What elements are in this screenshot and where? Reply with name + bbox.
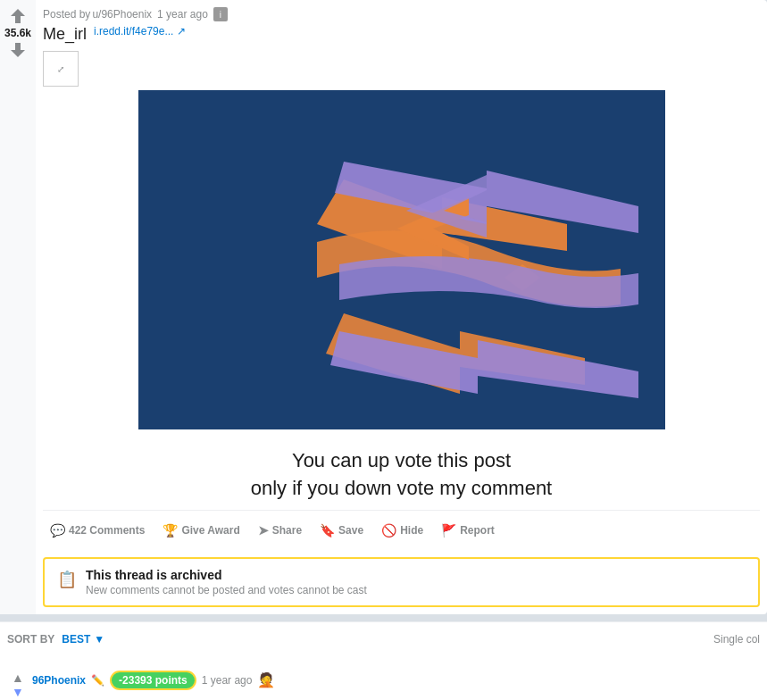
sort-best-button[interactable]: BEST ▼	[62, 633, 104, 646]
post-text-line2: only if you down vote my comment	[50, 475, 753, 503]
comment-downvote-button[interactable]: ▼	[12, 685, 24, 700]
post-title-row: Me_irl i.redd.it/f4e79e... ↗	[36, 25, 767, 47]
save-label: Save	[338, 524, 363, 537]
expand-icon: ⤢	[57, 64, 64, 74]
post-header: Posted by u/96Phoenix 1 year ago i	[36, 0, 767, 25]
comment-emoji: 🤦	[257, 671, 275, 688]
downvote-button[interactable]	[9, 41, 27, 59]
post-image-container	[138, 90, 665, 429]
give-award-button[interactable]: 🏆 Give Award	[155, 518, 246, 543]
post-author-label: Posted by	[43, 8, 90, 21]
hide-button[interactable]: 🚫 Hide	[374, 518, 430, 543]
comment-time: 1 year ago	[202, 674, 253, 687]
hide-icon: 🚫	[381, 523, 396, 538]
comment-vote: ▲ ▼	[7, 671, 29, 700]
vote-count: 35.6k	[4, 25, 31, 41]
comments-button[interactable]: 💬 422 Comments	[43, 518, 152, 543]
report-icon: 🚩	[441, 523, 456, 538]
archived-title: This thread is archived	[86, 568, 367, 582]
comment-row: ▲ ▼ 96Phoenix ✏️ -23393 points 1 year ag…	[7, 663, 760, 700]
sort-chevron-icon: ▼	[94, 633, 104, 646]
post-link[interactable]: i.redd.it/f4e79e... ↗	[94, 25, 186, 38]
comment-section: ▲ ▼ 96Phoenix ✏️ -23393 points 1 year ag…	[0, 656, 767, 700]
expand-icon-button[interactable]: ⤢	[43, 51, 79, 87]
hide-label: Hide	[400, 524, 423, 537]
comment-upvote-button[interactable]: ▲	[12, 671, 24, 686]
comment-content: 96Phoenix ✏️ -23393 points 1 year ago 🤦	[32, 671, 760, 690]
vote-sidebar: 35.6k	[0, 0, 36, 614]
sort-best-label: BEST	[62, 633, 90, 646]
give-award-label: Give Award	[181, 524, 239, 537]
archive-icon: 📋	[57, 570, 77, 589]
save-button[interactable]: 🔖 Save	[313, 518, 371, 543]
post-text: You can up vote this post only if you do…	[36, 429, 767, 510]
post-content: Posted by u/96Phoenix 1 year ago i Me_ir…	[36, 0, 767, 614]
post-time: 1 year ago	[157, 8, 208, 21]
post-image	[138, 90, 665, 429]
upvote-button[interactable]	[9, 7, 27, 25]
single-col-label: Single col	[713, 633, 760, 646]
save-icon: 🔖	[320, 523, 335, 538]
comment-username[interactable]: 96Phoenix	[32, 674, 86, 687]
post-title[interactable]: Me_irl	[43, 25, 87, 44]
post-author[interactable]: u/96Phoenix	[92, 8, 152, 21]
share-button[interactable]: ➤ Share	[251, 518, 309, 543]
sort-label: SORT BY	[7, 633, 54, 646]
post-link-text: i.redd.it/f4e79e...	[94, 25, 173, 38]
comment-header: 96Phoenix ✏️ -23393 points 1 year ago 🤦	[32, 671, 760, 690]
sort-bar: SORT BY BEST ▼ Single col	[0, 621, 767, 656]
action-bar: 💬 422 Comments 🏆 Give Award ➤ Share 🔖 Sa…	[36, 511, 767, 550]
archived-subtitle: New comments cannot be posted and votes …	[86, 584, 367, 596]
external-link-icon: ↗	[177, 25, 186, 38]
post-text-line1: You can up vote this post	[50, 447, 753, 475]
share-icon: ➤	[258, 523, 269, 538]
archived-banner: 📋 This thread is archived New comments c…	[43, 557, 760, 607]
post-card: 35.6k Posted by u/96Phoenix 1 year ago i…	[0, 0, 767, 614]
share-label: Share	[272, 524, 302, 537]
comments-label: 422 Comments	[69, 524, 145, 537]
comment-award-icon: ✏️	[91, 674, 104, 687]
report-label: Report	[460, 524, 495, 537]
post-flair: i	[213, 7, 228, 21]
archived-text: This thread is archived New comments can…	[86, 568, 367, 596]
award-icon: 🏆	[163, 523, 178, 538]
report-button[interactable]: 🚩 Report	[434, 518, 502, 543]
comment-points-badge: -23393 points	[110, 671, 196, 690]
comments-icon: 💬	[50, 523, 65, 538]
